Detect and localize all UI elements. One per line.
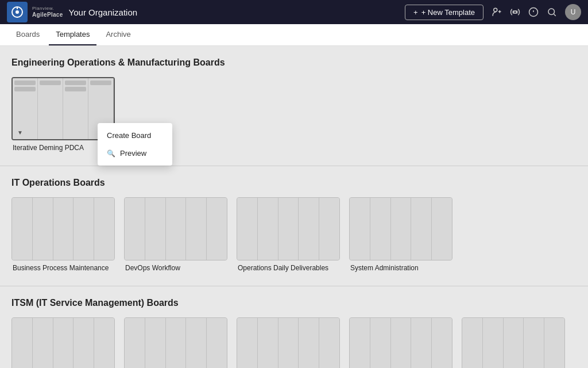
svg-line-12 bbox=[554, 14, 555, 16]
top-navigation: Planview. AgilePlace Your Organization +… bbox=[0, 0, 588, 24]
it-operations-board-grid: Business Process Maintenance DevOps Work… bbox=[11, 197, 577, 272]
board-card-itsm3[interactable] bbox=[237, 317, 340, 368]
svg-point-4 bbox=[494, 8, 497, 12]
board-thumbnail-itsm5 bbox=[462, 317, 565, 368]
board-card-iterative-deming[interactable]: ▼ Iterative Deming PDCA Create Board 🔍 P… bbox=[11, 77, 115, 152]
engineering-board-grid: ▼ Iterative Deming PDCA Create Board 🔍 P… bbox=[11, 77, 577, 152]
board-thumbnail-odd bbox=[237, 197, 340, 260]
board-card-label-bpm: Business Process Maintenance bbox=[11, 264, 115, 272]
new-template-button[interactable]: + + New Template bbox=[405, 5, 483, 20]
logo-top-text: Planview. bbox=[32, 6, 63, 12]
board-thumbnail-itsm2 bbox=[124, 317, 227, 368]
context-menu: Create Board 🔍 Preview bbox=[98, 123, 172, 166]
engineering-section-title: Engineering Operations & Manufacturing B… bbox=[11, 57, 577, 68]
board-card-itsm4[interactable] bbox=[349, 317, 452, 368]
board-thumbnail-sysadmin bbox=[349, 197, 452, 260]
main-content: Engineering Operations & Manufacturing B… bbox=[0, 46, 588, 368]
org-name: Your Organization bbox=[69, 7, 138, 17]
logo-text: Planview. AgilePlace bbox=[32, 6, 63, 18]
board-thumbnail-itsm1 bbox=[11, 317, 115, 368]
logo: Planview. AgilePlace bbox=[7, 2, 63, 22]
board-card-bpm[interactable]: Business Process Maintenance bbox=[11, 197, 115, 272]
board-card-itsm1[interactable] bbox=[11, 317, 115, 368]
new-template-plus-icon: + bbox=[413, 8, 418, 17]
sub-navigation: Boards Templates Archive bbox=[0, 24, 588, 46]
card-dropdown-arrow: ▼ bbox=[17, 129, 23, 136]
board-card-itsm2[interactable] bbox=[124, 317, 227, 368]
preview-label: Preview bbox=[120, 149, 146, 158]
board-thumbnail-itsm4 bbox=[349, 317, 452, 368]
create-board-label: Create Board bbox=[107, 131, 151, 140]
preview-icon: 🔍 bbox=[107, 150, 115, 158]
engineering-section: Engineering Operations & Manufacturing B… bbox=[11, 57, 577, 152]
svg-point-2 bbox=[16, 10, 19, 14]
tab-templates[interactable]: Templates bbox=[49, 24, 96, 45]
it-operations-section-title: IT Operations Boards bbox=[11, 178, 577, 188]
planview-logo-icon bbox=[7, 2, 28, 22]
itsm-section-title: ITSM (IT Service Management) Boards bbox=[11, 298, 577, 308]
board-thumbnail-devops bbox=[124, 197, 227, 260]
svg-point-11 bbox=[548, 9, 555, 15]
context-menu-preview[interactable]: 🔍 Preview bbox=[98, 144, 172, 162]
board-card-devops[interactable]: DevOps Workflow bbox=[124, 197, 227, 272]
search-icon[interactable] bbox=[547, 7, 557, 17]
tab-boards[interactable]: Boards bbox=[9, 24, 47, 45]
divider-1 bbox=[0, 166, 588, 166]
board-card-itsm5[interactable] bbox=[462, 317, 565, 368]
info-icon[interactable] bbox=[528, 7, 539, 17]
it-operations-section: IT Operations Boards Business Process Ma… bbox=[11, 178, 577, 272]
context-menu-create-board[interactable]: Create Board bbox=[98, 126, 172, 144]
user-avatar[interactable]: U bbox=[565, 4, 581, 20]
nav-right: + + New Template U bbox=[405, 4, 581, 20]
add-user-icon[interactable] bbox=[492, 7, 502, 17]
new-template-label: + New Template bbox=[421, 8, 475, 17]
itsm-section: ITSM (IT Service Management) Boards bbox=[11, 298, 577, 368]
manage-users-icon[interactable] bbox=[510, 7, 520, 17]
itsm-board-grid bbox=[11, 317, 577, 368]
tab-archive[interactable]: Archive bbox=[99, 24, 137, 45]
board-card-sysadmin[interactable]: System Administration bbox=[349, 197, 452, 272]
board-card-label-devops: DevOps Workflow bbox=[124, 264, 227, 272]
board-card-odd[interactable]: Operations Daily Deliverables bbox=[237, 197, 340, 272]
divider-2 bbox=[0, 286, 588, 286]
board-card-label-sysadmin: System Administration bbox=[349, 264, 452, 272]
board-thumbnail-bpm bbox=[11, 197, 115, 260]
board-card-label-odd: Operations Daily Deliverables bbox=[237, 264, 340, 272]
svg-point-7 bbox=[514, 11, 517, 14]
nav-left: Planview. AgilePlace Your Organization bbox=[7, 2, 137, 22]
logo-bottom-text: AgilePlace bbox=[32, 12, 63, 18]
board-thumbnail-itsm3 bbox=[237, 317, 340, 368]
